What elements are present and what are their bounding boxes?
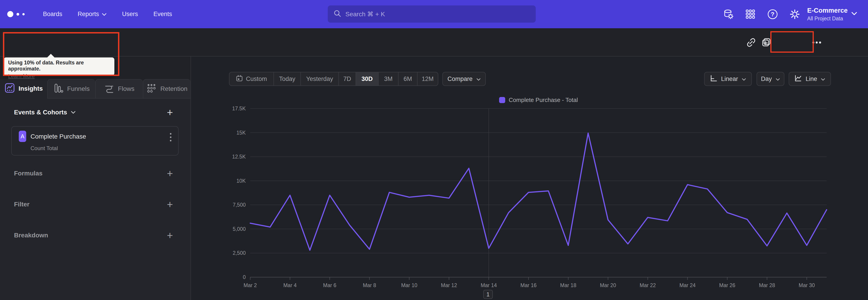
- interval-label: Day: [761, 76, 772, 83]
- svg-text:Mar 28: Mar 28: [759, 282, 775, 288]
- events-chevron-down-icon[interactable]: [71, 111, 76, 114]
- svg-text:17.5K: 17.5K: [232, 106, 246, 112]
- query-sidebar: Insights Funnels Flows Retention Events …: [0, 57, 191, 300]
- tooltip-learn-more-link[interactable]: Learn More: [8, 73, 35, 79]
- line-chart[interactable]: 02,5005,0007,50010K12.5K15K17.5KMar 2Mar…: [226, 104, 846, 298]
- range-custom-label: Custom: [246, 76, 267, 83]
- share-link-icon[interactable]: [745, 28, 757, 57]
- date-range-control: Custom Today Yesterday 7D 30D 3M 6M 12M: [229, 72, 438, 86]
- range-7d[interactable]: 7D: [339, 72, 356, 86]
- project-switcher[interactable]: E-Commerce All Project Data: [807, 0, 848, 28]
- help-icon[interactable]: ?: [767, 9, 778, 20]
- svg-text:Mar 14: Mar 14: [480, 282, 497, 288]
- chevron-down-icon: [102, 11, 107, 18]
- formulas-section: Formulas +: [0, 167, 191, 180]
- tab-retention[interactable]: Retention: [143, 79, 191, 98]
- calendar-icon: [236, 75, 243, 83]
- chevron-down-icon: [476, 76, 481, 83]
- event-card[interactable]: A Complete Purchase Count Total: [11, 126, 179, 155]
- add-event-button[interactable]: +: [167, 107, 173, 118]
- svg-text:Mar 4: Mar 4: [283, 282, 297, 288]
- report-type-tabs: Insights Funnels Flows Retention: [0, 79, 191, 98]
- svg-text:Mar 24: Mar 24: [680, 282, 696, 288]
- tab-funnels-label: Funnels: [67, 85, 90, 92]
- svg-text:Mar 20: Mar 20: [600, 282, 616, 288]
- nav-item-users[interactable]: Users: [122, 11, 138, 18]
- filter-section: Filter +: [0, 198, 191, 211]
- pagination-badge[interactable]: 1: [483, 290, 493, 299]
- query-panel: Events & Cohorts + A Complete Purchase C…: [0, 98, 191, 300]
- range-custom[interactable]: Custom: [229, 72, 274, 86]
- chevron-down-icon: [821, 76, 825, 83]
- tab-insights-label: Insights: [19, 85, 43, 92]
- svg-text:Mar 30: Mar 30: [799, 282, 815, 288]
- svg-text:5,000: 5,000: [232, 226, 246, 232]
- sampling-tooltip: Using 10% of data. Results are approxima…: [4, 57, 114, 76]
- search-placeholder: Search ⌘ + K: [345, 10, 385, 18]
- event-menu-icon[interactable]: [169, 132, 172, 143]
- event-name[interactable]: Complete Purchase: [31, 133, 86, 140]
- more-options-icon[interactable]: [811, 28, 822, 57]
- legend-swatch: [499, 97, 505, 103]
- event-metric[interactable]: Count Total: [31, 145, 58, 151]
- svg-text:0: 0: [243, 274, 246, 280]
- nav-item-users-label: Users: [122, 11, 138, 18]
- scale-dropdown[interactable]: Linear: [704, 72, 752, 86]
- chart-type-dropdown[interactable]: Line: [789, 72, 831, 86]
- filter-label: Filter: [14, 201, 29, 208]
- range-3m[interactable]: 3M: [379, 72, 399, 86]
- tab-flows[interactable]: Flows: [95, 79, 143, 98]
- tooltip-arrow: [47, 54, 55, 58]
- project-subtitle: All Project Data: [807, 16, 843, 22]
- tab-insights[interactable]: Insights: [0, 79, 47, 98]
- svg-text:Mar 22: Mar 22: [640, 282, 656, 288]
- tab-funnels[interactable]: Funnels: [47, 79, 95, 98]
- add-formula-button[interactable]: +: [167, 168, 173, 179]
- mixpanel-logo[interactable]: [7, 11, 32, 17]
- chevron-down-icon: [776, 76, 780, 83]
- chart-legend[interactable]: Complete Purchase - Total: [250, 95, 827, 105]
- funnels-bars-icon: [53, 83, 64, 95]
- compare-label: Compare: [447, 76, 472, 83]
- svg-text:Mar 16: Mar 16: [520, 282, 537, 288]
- svg-text:2,500: 2,500: [232, 250, 246, 256]
- svg-text:Mar 8: Mar 8: [363, 282, 376, 288]
- add-breakdown-button[interactable]: +: [167, 230, 173, 241]
- add-filter-button[interactable]: +: [167, 199, 173, 210]
- nav-item-boards-label: Boards: [43, 11, 62, 18]
- svg-text:Mar 6: Mar 6: [323, 282, 336, 288]
- svg-text:7,500: 7,500: [232, 202, 246, 208]
- range-6m[interactable]: 6M: [399, 72, 417, 86]
- svg-text:Mar 2: Mar 2: [244, 282, 257, 288]
- search-input[interactable]: Search ⌘ + K: [328, 5, 536, 23]
- tab-retention-label: Retention: [160, 85, 187, 92]
- range-12m[interactable]: 12M: [417, 72, 438, 86]
- project-name: E-Commerce: [807, 7, 848, 14]
- svg-text:Mar 12: Mar 12: [441, 282, 457, 288]
- interval-dropdown[interactable]: Day: [756, 72, 784, 86]
- range-yesterday[interactable]: Yesterday: [301, 72, 339, 86]
- compare-dropdown[interactable]: Compare: [442, 72, 486, 86]
- apps-grid-icon[interactable]: [745, 9, 756, 20]
- data-management-icon[interactable]: [723, 9, 734, 20]
- nav-item-boards[interactable]: Boards: [43, 11, 62, 18]
- breakdown-section: Breakdown +: [0, 229, 191, 242]
- svg-text:Mar 10: Mar 10: [401, 282, 417, 288]
- range-today[interactable]: Today: [274, 72, 301, 86]
- logo-dot-small: [22, 13, 25, 16]
- events-cohorts-header: Events & Cohorts +: [0, 106, 191, 119]
- events-cohorts-label[interactable]: Events & Cohorts: [14, 109, 67, 116]
- nav-item-events-label: Events: [153, 11, 172, 18]
- flows-icon: [104, 83, 114, 95]
- chart-canvas: Custom Today Yesterday 7D 30D 3M 6M 12M …: [191, 57, 868, 300]
- chevron-down-icon: [742, 76, 746, 83]
- chart-type-label: Line: [806, 76, 817, 83]
- range-30d[interactable]: 30D: [356, 72, 379, 86]
- settings-gear-icon[interactable]: [789, 9, 800, 20]
- retention-dots-icon: [146, 83, 157, 95]
- nav-items: Boards Reports Users Events: [43, 11, 172, 18]
- nav-item-events[interactable]: Events: [153, 11, 172, 18]
- svg-text:Mar 26: Mar 26: [719, 282, 736, 288]
- nav-item-reports[interactable]: Reports: [78, 11, 107, 18]
- add-to-board-icon[interactable]: [761, 28, 772, 57]
